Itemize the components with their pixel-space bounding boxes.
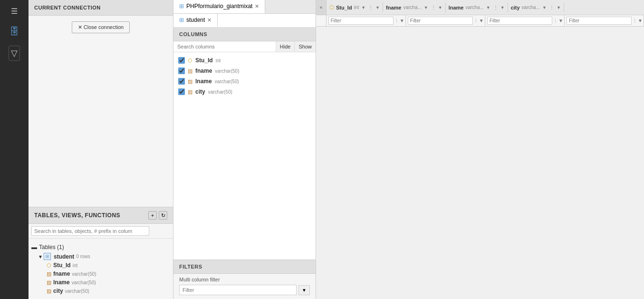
- grid-filter-input-lname[interactable]: [487, 17, 552, 25]
- column-item-lname[interactable]: ▨ lname varchar(50): [31, 278, 170, 287]
- tab-student[interactable]: ⊞ student ✕: [173, 14, 218, 27]
- filter-icon-city: ▼: [557, 5, 561, 10]
- col-key-icon-stu-id: ⬡: [188, 58, 192, 64]
- column-item-fname[interactable]: ▨ fname varchar(50): [31, 270, 170, 278]
- hide-columns-button[interactable]: Hide: [276, 41, 295, 52]
- grid-col-header-city: city varcha... ▼ ⋮ ▼: [508, 3, 564, 12]
- col-item-fname: ▨ fname varchar(50): [177, 66, 312, 76]
- grid-col-name-city: city: [511, 5, 520, 10]
- sort-stu-id-button[interactable]: ▼: [361, 5, 366, 10]
- table-expand-icon: ▾: [39, 253, 42, 260]
- filters-header: FILTERS: [173, 260, 316, 274]
- grid-filter-menu-lname[interactable]: ⋮: [553, 19, 557, 23]
- grid-filter-cell-city: ⋮ ▼: [565, 15, 644, 26]
- grid-filter-cell-fname: ⋮ ▼: [406, 15, 485, 26]
- tables-group-name: Tables (1): [39, 244, 64, 251]
- grid-filter-input-city[interactable]: [567, 17, 632, 25]
- tables-header-label: TABLES, VIEWS, FUNCTIONS: [34, 212, 120, 219]
- table-item-student[interactable]: ▾ ⊞ student 0 rows: [31, 252, 170, 261]
- col-checkbox-lname[interactable]: [178, 78, 185, 85]
- grid-filter-menu-fname[interactable]: ⋮: [474, 19, 478, 23]
- col-type-fname: varchar(50): [72, 271, 96, 277]
- col-type-city: varchar(50): [65, 289, 89, 294]
- hamburger-icon[interactable]: ☰: [9, 5, 19, 18]
- grid-filter-funnel-lname: ▼: [558, 18, 563, 23]
- tab-student-close-icon[interactable]: ✕: [207, 17, 211, 23]
- grid-filter-input-fname[interactable]: [408, 17, 473, 25]
- left-sidebar: ☰ 🗄 ▽: [0, 0, 29, 299]
- filter-icon[interactable]: ▽: [9, 46, 20, 61]
- show-columns-button[interactable]: Show: [294, 41, 316, 52]
- col-checkbox-fname[interactable]: [178, 68, 185, 74]
- connection-panel: CURRENT CONNECTION ✕ Close connection TA…: [29, 0, 173, 299]
- tab-db-label: PHPformulario_giantmixat: [186, 3, 252, 10]
- col-icon-lname: ▨: [47, 280, 51, 286]
- connection-header: CURRENT CONNECTION: [29, 0, 173, 16]
- filter-input-row: ▼: [173, 284, 316, 299]
- middle-panel: ⊞ PHPformulario_giantmixat ✕ ⊞ student ✕…: [173, 0, 316, 299]
- close-connection-button[interactable]: ✕ Close connection: [72, 21, 130, 33]
- col-item-stu-id: ⬡ Stu_Id int: [177, 55, 312, 66]
- column-item-stu-id[interactable]: ⬡ Stu_Id int: [31, 261, 170, 270]
- col-item-lname: ▨ lname varchar(50): [177, 76, 312, 87]
- grid-filter-menu-city[interactable]: ⋮: [633, 19, 637, 23]
- database-icon[interactable]: 🗄: [8, 24, 21, 39]
- grid-col-type-stu-id: int: [354, 5, 359, 10]
- columns-list: ⬡ Stu_Id int ▨ fname varchar(50) ▨ lname…: [173, 52, 316, 260]
- grid-col-type-lname: varcha...: [465, 5, 483, 10]
- tab-phpformulario[interactable]: ⊞ PHPformulario_giantmixat ✕: [173, 0, 265, 13]
- grid-filter-cell-stu-id: ⋮ ▼: [327, 15, 406, 26]
- refresh-tables-button[interactable]: ↻: [159, 211, 167, 220]
- columns-search-input[interactable]: [173, 41, 276, 52]
- tab-bar: ⊞ PHPformulario_giantmixat ✕: [173, 0, 316, 14]
- grid-col-header-lname: lname varcha... ▼ ⋮ ▼: [446, 3, 508, 12]
- grid-col-key-icon: ⬡: [329, 4, 334, 10]
- grid-col-type-city: varcha...: [522, 5, 540, 10]
- column-item-city[interactable]: ▨ city varchar(50): [31, 287, 170, 295]
- filter-dropdown-button[interactable]: ▼: [298, 285, 310, 295]
- col-icon-list-city: ▨: [188, 89, 192, 95]
- grid-col-header-fname: fname varcha... ▼ ⋮ ▼: [383, 3, 446, 12]
- grid-filter-menu-stu-id[interactable]: ⋮: [394, 19, 399, 23]
- add-table-button[interactable]: +: [148, 211, 157, 220]
- sort-fname-button[interactable]: ▼: [423, 5, 429, 10]
- columns-section-header: COLUMNS: [173, 28, 316, 41]
- filters-section: FILTERS Multi column filter ▼: [173, 260, 316, 299]
- tab-table-icon: ⊞: [179, 17, 184, 23]
- tables-search-row: [29, 224, 173, 239]
- col-type-stu-id: int: [73, 263, 78, 268]
- col-checkbox-stu-id[interactable]: [178, 57, 185, 64]
- tables-search-input[interactable]: [31, 226, 149, 236]
- col-icon-city: ▨: [47, 288, 51, 294]
- menu-fname-button[interactable]: ⋮: [431, 5, 436, 10]
- col-list-name-stu-id: Stu_Id: [195, 57, 213, 64]
- col-name-lname: lname: [53, 279, 70, 286]
- tables-header-actions: + ↻: [148, 211, 167, 220]
- tab-close-icon[interactable]: ✕: [255, 3, 259, 10]
- col-type-lname: varchar(50): [72, 280, 96, 285]
- key-column-icon: ⬡: [47, 262, 51, 269]
- grid-filter-row: ⋮ ▼ ⋮ ▼ ⋮ ▼ ⋮ ▼: [316, 15, 644, 27]
- sort-city-button[interactable]: ▼: [542, 5, 547, 10]
- tables-group-expand: ▬: [31, 244, 37, 251]
- tab-table-label: student: [186, 17, 205, 23]
- grid-collapse-button[interactable]: «: [316, 0, 327, 15]
- col-icon-fname: ▨: [47, 271, 51, 277]
- grid-filter-input-stu-id[interactable]: [328, 17, 394, 25]
- tables-section: TABLES, VIEWS, FUNCTIONS + ↻ ▬ Tables (1…: [29, 207, 173, 299]
- grid-filter-cell-lname: ⋮ ▼: [485, 15, 565, 26]
- col-name-stu-id: Stu_Id: [53, 262, 71, 269]
- filter-input[interactable]: [179, 285, 297, 295]
- col-list-name-fname: fname: [195, 68, 212, 74]
- menu-lname-button[interactable]: ⋮: [493, 5, 499, 10]
- menu-city-button[interactable]: ⋮: [549, 5, 555, 10]
- col-checkbox-city[interactable]: [178, 88, 185, 95]
- sort-lname-button[interactable]: ▼: [486, 5, 491, 10]
- menu-stu-id-button[interactable]: ⋮: [368, 5, 374, 10]
- col-list-type-stu-id: int: [216, 58, 221, 63]
- tables-header: TABLES, VIEWS, FUNCTIONS + ↻: [29, 207, 173, 224]
- col-list-name-city: city: [195, 88, 205, 95]
- col-name-city: city: [53, 288, 63, 294]
- tables-tree: ▬ Tables (1) ▾ ⊞ student 0 rows ⬡ Stu_Id…: [29, 239, 173, 299]
- grid-filter-funnel-fname: ▼: [479, 18, 484, 23]
